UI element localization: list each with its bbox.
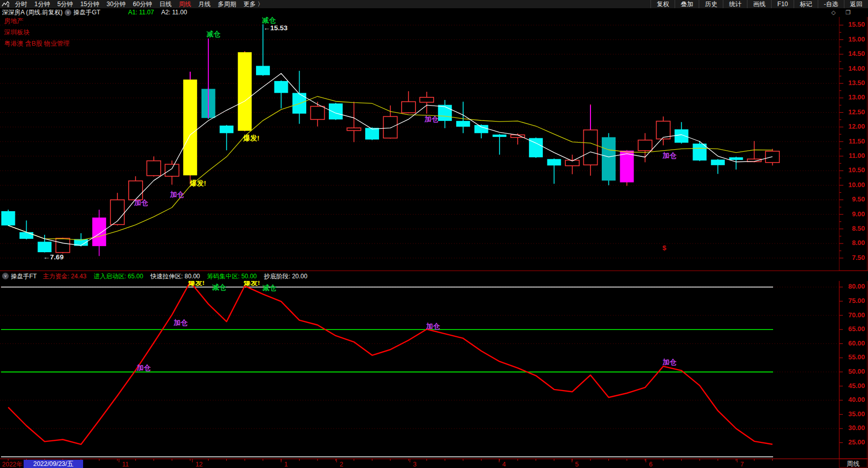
main-axis-label: 8.00: [852, 239, 865, 247]
indicator-name[interactable]: 操盘手FT: [11, 272, 37, 281]
candle-body: [238, 52, 252, 131]
month-label: 7: [740, 461, 744, 468]
action-item-5[interactable]: F10: [771, 0, 794, 8]
action-item-2[interactable]: 历史: [699, 0, 723, 8]
candle-body: [711, 159, 725, 165]
candle-body-hollow: [584, 130, 598, 165]
corner-window-icons[interactable]: ◇ ❐: [832, 8, 855, 17]
period-item-2[interactable]: 5分钟: [54, 0, 77, 8]
candle-body: [92, 217, 106, 246]
ind-axis-label: 35.00: [848, 410, 865, 418]
period-item-1[interactable]: 1分钟: [31, 0, 54, 8]
main-axis-label: 12.50: [848, 108, 865, 116]
action-item-4[interactable]: 画线: [747, 0, 771, 8]
action-menu: 复权叠加历史统计画线F10标记-自选返回: [650, 0, 868, 8]
main-axis-label: 11.50: [849, 137, 865, 145]
candle-body: [547, 159, 561, 165]
signal-label: 减仓: [207, 30, 221, 38]
main-axis-label: 11.00: [849, 152, 865, 159]
ind-axis-label: 50.00: [848, 368, 865, 375]
chevron-down-icon[interactable]: ∨: [2, 273, 9, 279]
candle-body: [438, 105, 452, 121]
ind-axis-label: 80.00: [848, 282, 865, 290]
action-item-7[interactable]: -自选: [818, 0, 844, 8]
main-axis-label: 15.00: [848, 35, 865, 43]
signal-label: 减仓: [262, 17, 277, 24]
period-item-10[interactable]: 更多 〉: [240, 0, 267, 8]
period-item-7[interactable]: 周线: [175, 0, 194, 8]
main-indicator-name[interactable]: 操盘手GT: [73, 8, 101, 17]
a1-value: A1: 11.07: [128, 8, 154, 17]
main-axis-label: 13.00: [848, 93, 865, 101]
ind-axis-label: 25.00: [848, 438, 865, 446]
period-item-8[interactable]: 月线: [194, 0, 214, 8]
candle-body: [37, 242, 51, 252]
signal-label: 加仓: [134, 199, 149, 207]
chevron-down-icon[interactable]: ∨: [65, 9, 71, 16]
month-label: 11: [122, 461, 129, 468]
signal-label: 加仓: [662, 358, 677, 366]
signal-label: 减仓: [263, 284, 277, 292]
period-item-5[interactable]: 60分钟: [129, 0, 155, 8]
sector-label-0: 房地产: [4, 17, 24, 25]
candle-body: [675, 129, 688, 143]
candle-body-hollow: [402, 101, 416, 113]
action-item-6[interactable]: 标记: [794, 0, 818, 8]
candle-body: [220, 126, 233, 133]
main-axis-label: 14.00: [848, 65, 865, 72]
candle-body-hollow: [347, 128, 361, 131]
signal-label: 加仓: [173, 319, 188, 327]
period-item-3[interactable]: 15分钟: [76, 0, 103, 8]
signal-label: $: [662, 244, 666, 252]
main-axis-label: 15.50: [848, 21, 865, 28]
main-axis-label: 7.50: [852, 254, 865, 261]
sector-label-2: 粤港澳 含B股 物业管理: [4, 40, 70, 47]
action-item-3[interactable]: 统计: [723, 0, 747, 8]
candle-body: [729, 157, 743, 160]
signal-label: ←15.53: [263, 24, 288, 32]
candle-body-hollow: [147, 161, 161, 176]
ind-axis-label: 45.00: [848, 382, 865, 390]
candle-body: [365, 128, 379, 140]
main-axis-label: 12.00: [848, 123, 865, 130]
ind-axis-label: 70.00: [848, 311, 865, 319]
sector-label-1: 深圳板块: [4, 29, 30, 36]
candle-body: [456, 121, 470, 127]
candle-body-hollow: [129, 181, 143, 200]
candle-body-hollow: [56, 238, 70, 253]
candle-body-hollow: [165, 165, 179, 176]
period-item-4[interactable]: 30分钟: [103, 0, 129, 8]
candle-body: [274, 81, 288, 93]
candle-body-hollow: [310, 106, 324, 119]
candle-body: [492, 135, 506, 137]
period-item-0[interactable]: 分时: [11, 0, 31, 8]
indicator-field-1: 进入启动区: 65.00: [93, 272, 143, 281]
candle-body: [475, 125, 488, 133]
action-item-0[interactable]: 复权: [650, 0, 675, 8]
signal-label: 加仓: [426, 322, 441, 330]
action-item-8[interactable]: 返回: [844, 0, 868, 8]
candle-body: [183, 79, 197, 175]
year-label: 2022年: [2, 461, 23, 468]
period-item-9[interactable]: 多周期: [214, 0, 240, 8]
indicator-line: [8, 282, 773, 444]
chart-canvas[interactable]: 7.508.008.509.009.5010.0010.5011.0011.50…: [0, 17, 868, 468]
ind-axis-label: 55.00: [848, 353, 865, 361]
action-item-1[interactable]: 叠加: [675, 0, 699, 8]
period-item-6[interactable]: 日线: [155, 0, 175, 8]
month-label: 4: [502, 461, 506, 468]
signal-label: 加仓: [662, 152, 677, 159]
indicator-field-4: 抄底阶段: 20.00: [264, 272, 307, 281]
candle-body-hollow: [420, 97, 433, 103]
indicator-field-2: 快速拉伸区: 80.00: [150, 272, 200, 281]
chart-app-icon: [2, 1, 10, 8]
ind-axis-label: 40.00: [848, 396, 865, 403]
month-label: 1: [284, 461, 288, 468]
main-axis-label: 10.50: [848, 166, 865, 174]
candle-body: [2, 211, 15, 226]
top-toolbar: 分时1分钟5分钟15分钟30分钟60分钟日线周线月线多周期更多 〉 复权叠加历史…: [0, 0, 868, 8]
candle-body: [329, 104, 343, 119]
month-label: 5: [575, 461, 579, 468]
main-axis-label: 8.50: [852, 225, 865, 232]
main-axis-label: 9.00: [852, 210, 865, 218]
